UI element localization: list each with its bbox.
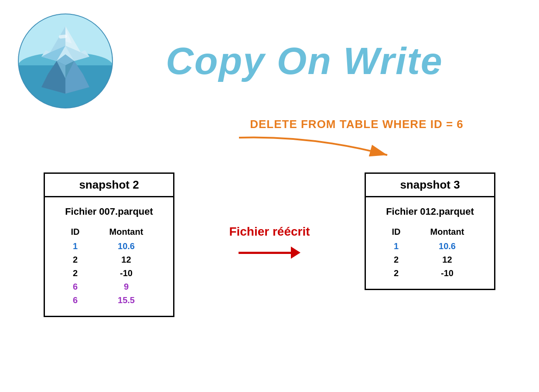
table-row: 2-10	[379, 267, 481, 280]
cell-montant: 10.6	[413, 240, 481, 253]
cell-id: 1	[379, 240, 413, 253]
cell-id: 6	[58, 280, 92, 294]
snapshots-container: snapshot 2 Fichier 007.parquet ID Montan…	[0, 172, 539, 317]
table-row: 2-10	[58, 267, 160, 280]
cell-id: 6	[58, 294, 92, 307]
snapshot2-col-id: ID	[58, 224, 92, 240]
snapshot2-label: snapshot 2	[79, 178, 139, 191]
cell-montant: 12	[92, 253, 160, 267]
table-row: 615.5	[58, 294, 160, 307]
snapshot3-section: snapshot 3 Fichier 012.parquet ID Montan…	[347, 172, 513, 290]
cell-montant: 9	[92, 280, 160, 294]
fichier-recrit-label: Fichier réécrit	[229, 225, 310, 239]
snapshot3-label: snapshot 3	[400, 178, 460, 191]
snapshot3-col-montant: Montant	[413, 224, 481, 240]
snapshot3-table: ID Montant 110.62122-10	[379, 224, 481, 280]
snapshot2-table: ID Montant 110.62122-1069615.5	[58, 224, 160, 307]
sql-command-container: DELETE FROM TABLE WHERE ID = 6	[87, 118, 539, 131]
cell-montant: 15.5	[92, 294, 160, 307]
arrow-head	[291, 247, 300, 259]
cell-id: 2	[379, 253, 413, 267]
cell-id: 2	[58, 267, 92, 280]
snapshot2-header: snapshot 2	[44, 172, 174, 197]
cell-montant: -10	[92, 267, 160, 280]
cell-id: 1	[58, 240, 92, 253]
table-row: 212	[58, 253, 160, 267]
sql-command-text: DELETE FROM TABLE WHERE ID = 6	[250, 118, 464, 131]
snapshot3-col-id: ID	[379, 224, 413, 240]
arrow-line	[239, 252, 291, 254]
main-title: Copy On Write	[166, 39, 443, 83]
horizontal-arrow	[239, 247, 300, 259]
table-row: 212	[379, 253, 481, 267]
curved-arrow-svg	[204, 131, 422, 164]
cell-id: 2	[379, 267, 413, 280]
cell-montant: 10.6	[92, 240, 160, 253]
snapshot2-file-box: Fichier 007.parquet ID Montant 110.62122…	[44, 196, 174, 317]
logo	[17, 13, 113, 109]
cell-montant: 12	[413, 253, 481, 267]
cell-id: 2	[58, 253, 92, 267]
snapshot2-file-title: Fichier 007.parquet	[58, 206, 160, 217]
snapshot3-file-title: Fichier 012.parquet	[379, 206, 481, 217]
snapshot3-file-box: Fichier 012.parquet ID Montant 110.62122…	[365, 196, 495, 290]
table-row: 69	[58, 280, 160, 294]
snapshot3-header: snapshot 3	[365, 172, 495, 197]
snapshot2-col-montant: Montant	[92, 224, 160, 240]
page: Copy On Write DELETE FROM TABLE WHERE ID…	[0, 0, 539, 392]
table-row: 110.6	[379, 240, 481, 253]
snapshot2-section: snapshot 2 Fichier 007.parquet ID Montan…	[26, 172, 192, 317]
cell-montant: -10	[413, 267, 481, 280]
table-row: 110.6	[58, 240, 160, 253]
middle-area: Fichier réécrit	[192, 172, 347, 259]
header: Copy On Write	[0, 0, 539, 113]
title-container: Copy On Write	[113, 39, 513, 83]
